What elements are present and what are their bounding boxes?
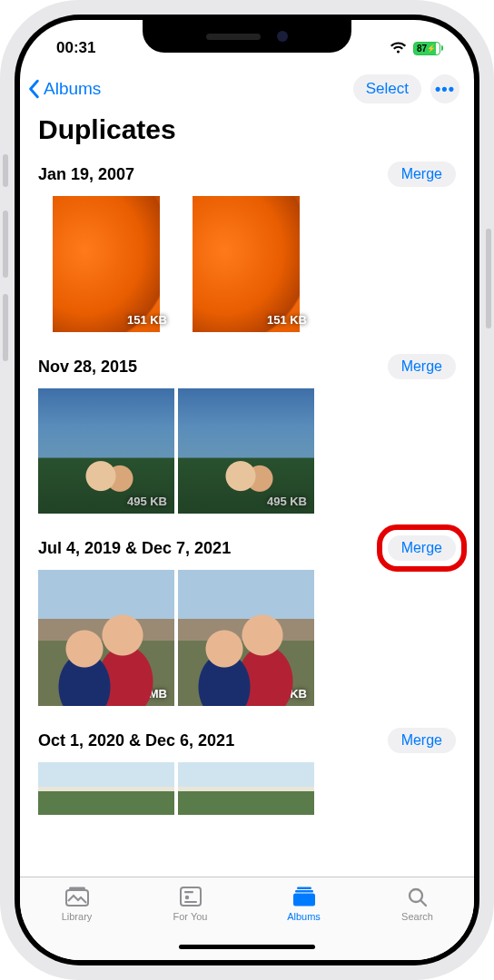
- battery-percent: 87: [417, 44, 427, 54]
- group-date: Oct 1, 2020 & Dec 6, 2021: [38, 731, 234, 750]
- earpiece-speaker: [206, 34, 261, 40]
- power-button: [486, 229, 491, 328]
- thumbnail-size: 495 KB: [267, 495, 307, 508]
- duplicate-group: Nov 28, 2015Merge495 KB495 KB: [20, 354, 474, 528]
- photo-thumbnail[interactable]: [178, 762, 314, 815]
- tab-label: Albums: [287, 911, 321, 922]
- svg-rect-1: [69, 887, 85, 890]
- duplicate-group: Jan 19, 2007Merge151 KB151 KB: [20, 162, 474, 347]
- photo-thumbnail[interactable]: 151 KB: [178, 196, 314, 332]
- photo-thumbnail[interactable]: 495 KB: [178, 388, 314, 514]
- tab-search[interactable]: Search: [361, 885, 474, 922]
- svg-rect-0: [66, 890, 88, 906]
- svg-rect-8: [293, 894, 315, 906]
- tab-label: For You: [173, 911, 208, 922]
- screen: 00:31 87⚡ Albums Sel: [20, 20, 474, 960]
- albums-icon: [291, 885, 318, 908]
- photo-thumbnail[interactable]: 76 KB: [178, 570, 314, 706]
- more-button[interactable]: •••: [430, 74, 459, 103]
- status-time: 00:31: [56, 39, 95, 57]
- back-label: Albums: [44, 79, 101, 99]
- nav-bar: Albums Select •••: [20, 67, 474, 111]
- for-you-icon: [177, 885, 204, 908]
- group-date: Jul 4, 2019 & Dec 7, 2021: [38, 539, 231, 558]
- photo-thumbnail[interactable]: [38, 762, 174, 815]
- tab-bar: Library For You Albums Search: [20, 877, 474, 960]
- merge-button[interactable]: Merge: [388, 354, 456, 379]
- thumbnail-row: 151 KB151 KB: [38, 196, 456, 332]
- back-button[interactable]: Albums: [27, 79, 101, 99]
- device-frame: 00:31 87⚡ Albums Sel: [0, 0, 494, 980]
- thumbnail-row: 495 KB495 KB: [38, 388, 456, 514]
- svg-point-4: [184, 896, 188, 899]
- merge-button[interactable]: Merge: [388, 162, 456, 187]
- volume-up-button: [3, 211, 8, 278]
- thumbnail-row: 2.3 MB76 KB: [38, 570, 456, 706]
- battery-charge-icon: ⚡: [427, 44, 436, 53]
- group-date: Jan 19, 2007: [38, 165, 134, 184]
- chevron-left-icon: [27, 79, 42, 99]
- svg-rect-5: [184, 901, 197, 903]
- photo-thumbnail[interactable]: 495 KB: [38, 388, 174, 514]
- volume-down-button: [3, 294, 8, 361]
- duplicate-group: Jul 4, 2019 & Dec 7, 2021Merge2.3 MB76 K…: [20, 535, 474, 720]
- group-header: Oct 1, 2020 & Dec 6, 2021Merge: [38, 728, 456, 753]
- svg-line-10: [420, 900, 426, 906]
- merge-button[interactable]: Merge: [388, 728, 456, 753]
- notch: [143, 20, 351, 53]
- merge-button[interactable]: Merge: [388, 535, 456, 561]
- thumbnail-size: 151 KB: [267, 313, 307, 327]
- svg-rect-3: [184, 891, 193, 893]
- tab-albums[interactable]: Albums: [247, 885, 361, 922]
- status-right: 87⚡: [390, 42, 444, 55]
- group-header: Nov 28, 2015Merge: [38, 354, 456, 379]
- select-label: Select: [366, 80, 409, 97]
- front-camera: [277, 31, 288, 42]
- duplicate-group: Oct 1, 2020 & Dec 6, 2021Merge: [20, 728, 474, 829]
- tab-label: Library: [62, 911, 93, 922]
- thumbnail-size: 151 KB: [127, 313, 167, 327]
- photo-thumbnail[interactable]: 151 KB: [38, 196, 174, 332]
- thumbnail-size: 2.3 MB: [129, 687, 167, 701]
- group-header: Jan 19, 2007Merge: [38, 162, 456, 187]
- tab-label: Search: [401, 911, 433, 922]
- home-indicator[interactable]: [179, 945, 315, 949]
- tab-for-you[interactable]: For You: [133, 885, 247, 922]
- photo-thumbnail[interactable]: 2.3 MB: [38, 570, 174, 706]
- tab-library[interactable]: Library: [20, 885, 133, 922]
- thumbnail-size: 495 KB: [127, 495, 167, 508]
- svg-rect-7: [295, 890, 313, 893]
- thumbnail-row: [38, 762, 456, 815]
- device-bezel: 00:31 87⚡ Albums Sel: [15, 15, 479, 965]
- page-title: Duplicates: [20, 111, 474, 154]
- library-icon: [64, 885, 91, 908]
- group-header: Jul 4, 2019 & Dec 7, 2021Merge: [38, 535, 456, 561]
- search-icon: [404, 885, 431, 908]
- wifi-icon: [390, 42, 407, 54]
- ellipsis-icon: •••: [435, 80, 455, 99]
- select-button[interactable]: Select: [353, 74, 421, 103]
- svg-rect-6: [297, 887, 311, 890]
- duplicates-list[interactable]: Jan 19, 2007Merge151 KB151 KBNov 28, 201…: [20, 154, 474, 877]
- battery-icon: 87⚡: [413, 42, 444, 55]
- mute-switch: [3, 154, 8, 187]
- group-date: Nov 28, 2015: [38, 358, 137, 377]
- thumbnail-size: 76 KB: [273, 687, 307, 701]
